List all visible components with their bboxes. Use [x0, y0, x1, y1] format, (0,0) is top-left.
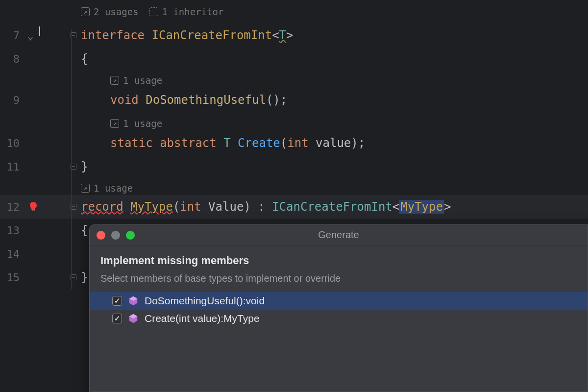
- fold-toggle[interactable]: [69, 195, 78, 219]
- member-checkbox[interactable]: [112, 296, 122, 306]
- line-number: 14: [0, 248, 20, 260]
- type-arg: MyType: [399, 200, 444, 214]
- svg-rect-0: [32, 210, 35, 211]
- code-line-8[interactable]: {: [81, 52, 88, 66]
- member-label: DoSomethingUseful():void: [145, 295, 265, 307]
- method-icon: [128, 295, 139, 306]
- code-line-11[interactable]: }: [81, 160, 88, 173]
- code-line-10[interactable]: static abstract T Create(int value);: [110, 136, 365, 150]
- usage-icon: →: [110, 119, 119, 128]
- intention-bulb-icon[interactable]: [27, 201, 39, 213]
- line-number: 13: [0, 224, 20, 237]
- brace: {: [81, 52, 88, 66]
- method-name: DoSomethingUseful: [146, 93, 266, 107]
- usage-text: 1 usage: [123, 118, 162, 129]
- dialog-subtitle: Select members of base types to implemen…: [100, 273, 577, 284]
- type-T: T: [223, 136, 230, 150]
- param-value: value: [309, 136, 351, 150]
- window-controls: [97, 231, 135, 240]
- inheritor-icon: [149, 7, 158, 16]
- gutter-implemented-icon[interactable]: ⌄: [24, 29, 36, 41]
- line-number: 8: [0, 53, 20, 65]
- keyword-record: record: [81, 200, 123, 214]
- method-icon: [128, 313, 139, 324]
- usage-hint-method[interactable]: → 1 usage: [110, 75, 162, 86]
- keyword-int: int: [180, 200, 201, 214]
- keyword-void: void: [110, 93, 139, 107]
- code-line-9[interactable]: void DoSomethingUseful();: [110, 93, 287, 107]
- code-line-12[interactable]: record MyType(int Value) : ICanCreateFro…: [81, 200, 451, 214]
- line-number: 15: [0, 271, 20, 284]
- code-line-15[interactable]: }: [81, 270, 88, 284]
- brace: }: [81, 160, 88, 173]
- code-editor[interactable]: → 2 usages 1 inheritor 7 ⌄ interface ICa…: [0, 0, 588, 392]
- inheritor-text: 1 inheritor: [162, 6, 224, 17]
- zoom-window-button[interactable]: [126, 231, 135, 240]
- usage-icon: →: [81, 184, 90, 193]
- usage-hint-interface[interactable]: → 2 usages 1 inheritor: [81, 6, 223, 17]
- brace: }: [81, 270, 88, 284]
- caret-marker: [39, 26, 40, 36]
- code-line-13[interactable]: {: [81, 223, 88, 237]
- usage-icon: →: [81, 7, 90, 16]
- usage-text: 1 usage: [123, 75, 162, 86]
- usage-hint-record[interactable]: → 1 usage: [81, 183, 133, 194]
- iface-ref: ICanCreateFromInt: [272, 200, 392, 214]
- dialog-title: Generate: [90, 229, 588, 241]
- type-name: ICanCreateFromInt: [152, 28, 272, 42]
- generate-dialog: Generate Implement missing members Selec…: [89, 224, 588, 392]
- keyword-abstract: abstract: [160, 136, 217, 150]
- lt: <: [392, 200, 399, 214]
- paren: (: [280, 136, 287, 150]
- method-create: Create: [238, 136, 280, 150]
- member-label: Create(int value):MyType: [145, 313, 260, 324]
- line-number: 11: [0, 161, 20, 173]
- keyword-interface: interface: [81, 28, 145, 42]
- keyword-static: static: [110, 136, 153, 150]
- dialog-titlebar[interactable]: Generate: [90, 225, 588, 245]
- usage-icon: →: [110, 76, 119, 85]
- usage-text: 1 usage: [94, 183, 133, 194]
- fold-guide: [71, 29, 72, 289]
- member-list: DoSomethingUseful():void Create(int valu…: [90, 292, 588, 327]
- brace: {: [81, 223, 88, 237]
- member-item[interactable]: Create(int value):MyType: [90, 310, 588, 327]
- colon-sep: ) :: [244, 200, 272, 214]
- line-number: 7: [0, 29, 20, 42]
- paren: (: [173, 200, 180, 214]
- param-Value: Value: [201, 200, 244, 214]
- keyword-int: int: [287, 136, 308, 150]
- line-number: 9: [0, 94, 20, 106]
- close-window-button[interactable]: [97, 231, 105, 240]
- paren-close: );: [351, 136, 365, 150]
- fold-toggle[interactable]: [69, 266, 78, 289]
- type-mytype: MyType: [130, 200, 173, 214]
- minimize-window-button[interactable]: [111, 231, 120, 240]
- line-number: 10: [0, 137, 20, 149]
- usage-text: 2 usages: [94, 6, 139, 17]
- code-line-7[interactable]: interface ICanCreateFromInt<T>: [81, 28, 294, 42]
- punct: ();: [266, 93, 287, 107]
- gt: >: [444, 200, 451, 214]
- fold-toggle[interactable]: [69, 155, 78, 178]
- dialog-heading: Implement missing members: [100, 254, 577, 267]
- usage-hint-create[interactable]: → 1 usage: [110, 118, 162, 129]
- member-checkbox[interactable]: [112, 314, 122, 323]
- fold-toggle[interactable]: [69, 24, 78, 47]
- type-param: T: [279, 28, 286, 42]
- line-number: 12: [0, 201, 20, 213]
- member-item[interactable]: DoSomethingUseful():void: [90, 292, 588, 310]
